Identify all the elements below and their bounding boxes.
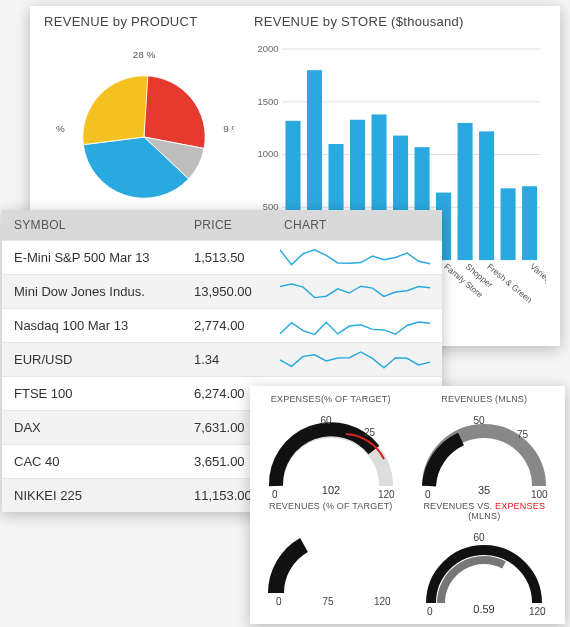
cell-price: 1.34	[182, 343, 272, 377]
svg-text:75: 75	[517, 429, 529, 440]
gauge-title: EXPENSES(% OF TARGET)	[271, 394, 391, 404]
svg-text:120: 120	[378, 489, 395, 500]
cell-sparkline	[272, 241, 442, 275]
svg-text:35: 35	[478, 484, 490, 496]
svg-text:50: 50	[474, 415, 486, 426]
cell-sparkline	[272, 343, 442, 377]
cell-symbol: Nasdaq 100 Mar 13	[2, 309, 182, 343]
svg-text:60: 60	[320, 415, 332, 426]
svg-text:75: 75	[322, 596, 334, 607]
cell-symbol: FTSE 100	[2, 377, 182, 411]
svg-text:28 %: 28 %	[54, 123, 65, 134]
table-row[interactable]: E-Mini S&P 500 Mar 131,513.50	[2, 241, 442, 275]
cell-symbol: Mini Dow Jones Indus.	[2, 275, 182, 309]
cell-price: 1,513.50	[182, 241, 272, 275]
gauge-revenues-mlns: REVENUES (MLNS) 0 50 75 100 35	[408, 394, 562, 501]
svg-text:0: 0	[276, 596, 282, 607]
svg-text:102: 102	[322, 484, 340, 496]
svg-rect-25	[479, 131, 494, 260]
gauge-svg: 0 60 120 25 102	[256, 406, 406, 501]
gauge-rev-vs-exp: REVENUES VS. EXPENSES (MLNS) 0 60 120 0.…	[408, 501, 562, 618]
gauge-svg: 0 60 120 0.59	[409, 523, 559, 618]
gauge-revenues-target: REVENUES (% OF TARGET) 0 75 120	[254, 501, 408, 618]
table-row[interactable]: Mini Dow Jones Indus.13,950.00	[2, 275, 442, 309]
cell-sparkline	[272, 275, 442, 309]
svg-text:25: 25	[364, 427, 376, 438]
svg-text:28 %: 28 %	[133, 49, 156, 60]
cell-symbol: EUR/USD	[2, 343, 182, 377]
svg-rect-27	[501, 188, 516, 260]
svg-rect-23	[458, 123, 473, 260]
pie-title: REVENUE by PRODUCT	[44, 14, 244, 29]
gauge-title: REVENUES (% OF TARGET)	[269, 501, 393, 511]
svg-text:0: 0	[427, 606, 433, 617]
pie-svg: 28 %9 %36 %28 %	[54, 47, 234, 227]
col-price: PRICE	[182, 210, 272, 241]
col-chart: CHART	[272, 210, 442, 241]
svg-text:1000: 1000	[258, 148, 279, 159]
cell-symbol: E-Mini S&P 500 Mar 13	[2, 241, 182, 275]
cell-symbol: DAX	[2, 411, 182, 445]
cell-price: 2,774.00	[182, 309, 272, 343]
svg-text:60: 60	[474, 532, 486, 543]
bar-title: REVENUE by STORE ($thousand)	[254, 14, 546, 29]
svg-text:0.59: 0.59	[474, 603, 495, 615]
cell-symbol: CAC 40	[2, 445, 182, 479]
cell-price: 13,950.00	[182, 275, 272, 309]
gauge-title: REVENUES VS. EXPENSES (MLNS)	[408, 501, 562, 521]
gauge-title: REVENUES (MLNS)	[441, 394, 527, 404]
table-row[interactable]: Nasdaq 100 Mar 132,774.00	[2, 309, 442, 343]
svg-text:120: 120	[529, 606, 546, 617]
svg-text:2000: 2000	[258, 43, 279, 54]
svg-text:0: 0	[425, 489, 431, 500]
table-row[interactable]: EUR/USD1.34	[2, 343, 442, 377]
gauge-svg: 0 75 120	[256, 513, 406, 608]
cell-sparkline	[272, 309, 442, 343]
svg-text:0: 0	[272, 489, 278, 500]
svg-text:1500: 1500	[258, 96, 279, 107]
gauges-panel: EXPENSES(% OF TARGET) 0 60 120 25 102 RE…	[250, 386, 565, 624]
svg-text:100: 100	[531, 489, 548, 500]
cell-symbol: NIKKEI 225	[2, 479, 182, 513]
svg-text:120: 120	[374, 596, 391, 607]
gauge-expenses-target: EXPENSES(% OF TARGET) 0 60 120 25 102	[254, 394, 408, 501]
gauge-svg: 0 50 75 100 35	[409, 406, 559, 501]
col-symbol: SYMBOL	[2, 210, 182, 241]
svg-rect-28	[522, 186, 537, 260]
svg-text:9 %: 9 %	[223, 123, 234, 134]
svg-text:Variety: Variety	[528, 261, 546, 286]
